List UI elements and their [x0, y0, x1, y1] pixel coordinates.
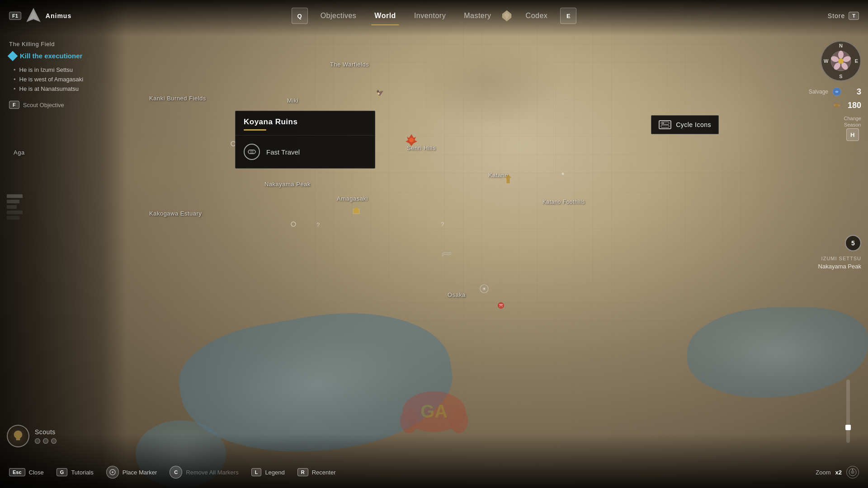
wood-icon — [832, 100, 842, 110]
quest-name[interactable]: Kill the executioner — [20, 52, 82, 60]
scout-dot-2 — [43, 438, 48, 444]
season-label: Season — [844, 122, 861, 127]
t-key: T — [849, 12, 859, 20]
place-marker-button[interactable]: Place Marker — [106, 466, 157, 479]
region-title: The Killing Field — [9, 41, 127, 47]
popup-progress-bar — [244, 129, 266, 131]
zoom-value: x2 — [835, 469, 842, 476]
popup-location-name: Koyana Ruins — [244, 117, 367, 127]
svg-rect-27 — [662, 123, 664, 124]
map-marker-enemy — [405, 133, 418, 149]
scouts-dots — [35, 438, 57, 444]
animus-icon — [25, 7, 42, 24]
zoom-info: Zoom x2 — [816, 466, 859, 479]
tab-mastery[interactable]: Mastery — [455, 8, 500, 23]
svg-point-17 — [400, 408, 418, 433]
tab-codex[interactable]: Codex — [517, 8, 557, 23]
close-button[interactable]: Esc Close — [9, 468, 44, 476]
h-key[interactable]: H — [846, 128, 859, 141]
compass: N S E W — [821, 41, 861, 81]
scout-objective-label: Scout Objective — [23, 102, 64, 108]
legend-item-2 — [7, 200, 19, 203]
scout-objective-group: F Scout Objective — [9, 101, 127, 109]
scouts-info: Scouts — [35, 428, 57, 444]
map-marker-feature — [441, 251, 452, 260]
place-marker-label: Place Marker — [123, 469, 157, 476]
svg-text:🦅: 🦅 — [376, 89, 384, 97]
q-key-button[interactable]: Q — [292, 8, 308, 24]
scouts-panel: Scouts — [7, 425, 57, 447]
tutorials-label: Tutorials — [71, 469, 93, 476]
c-key: C — [170, 466, 182, 479]
map-marker-katano — [504, 174, 512, 186]
wood-row: 180 — [832, 100, 861, 110]
tab-objectives[interactable]: Objectives — [311, 8, 366, 23]
remove-markers-label: Remove All Markers — [186, 469, 238, 476]
map-marker-eagle: 🦅 — [375, 88, 384, 99]
svg-text:GA: GA — [420, 401, 448, 421]
svg-point-29 — [838, 51, 844, 59]
svg-point-12 — [484, 288, 485, 290]
e-key-button[interactable]: E — [560, 8, 576, 24]
cycle-icons-label: Cycle Icons — [676, 121, 711, 128]
right-panel: N S E W Salvage — [809, 41, 861, 141]
svg-point-41 — [851, 470, 854, 474]
map-marker-castle — [352, 206, 361, 216]
compass-east: E — [855, 58, 858, 64]
wood-value: 180 — [845, 101, 861, 110]
fast-travel-icon — [244, 144, 260, 160]
remove-markers-button[interactable]: C Remove All Markers — [170, 466, 238, 479]
svg-point-18 — [450, 408, 468, 433]
tutorials-button[interactable]: G Tutorials — [57, 468, 94, 476]
g-key: G — [57, 468, 68, 476]
location-popup: Koyana Ruins Fast Travel — [235, 111, 375, 169]
bottom-navigation: Esc Close G Tutorials Place Marker C Rem… — [0, 456, 868, 488]
fast-travel-button[interactable]: Fast Travel — [236, 139, 375, 164]
f1-key: F1 — [9, 12, 21, 20]
zoom-track[interactable] — [846, 380, 850, 443]
tab-world[interactable]: World — [365, 8, 405, 23]
store-label: Store — [828, 12, 845, 19]
mini-legend — [7, 194, 23, 221]
svg-rect-8 — [354, 208, 355, 210]
l-key: L — [251, 468, 262, 476]
resource-panel: Salvage 3 180 — [809, 87, 861, 110]
svg-rect-42 — [852, 469, 853, 470]
top-navigation: F1 Animus Q Objectives World Inventory M… — [0, 0, 868, 32]
compass-north: N — [839, 43, 843, 48]
cycle-icons-button[interactable]: Cycle Icons — [651, 115, 719, 134]
f-key: F — [9, 101, 19, 109]
map-marker-question: ? — [316, 221, 320, 229]
map-marker-question2: ? — [441, 220, 444, 228]
codex-group: Codex — [500, 8, 557, 23]
nav-center-group: Q Objectives World Inventory Mastery Cod… — [90, 8, 778, 24]
popup-actions: Fast Travel — [236, 136, 375, 168]
svg-point-39 — [112, 471, 113, 473]
region-badge-number: 5 — [845, 235, 861, 251]
scouts-avatar — [7, 425, 29, 447]
recenter-button[interactable]: R Recenter — [297, 468, 336, 476]
zoom-label: Zoom — [816, 469, 830, 476]
quest-objective-1: He is west of Amagasaki — [14, 75, 127, 84]
esc-key: Esc — [9, 468, 25, 476]
nav-left-group: F1 Animus — [0, 7, 90, 24]
cycle-icon-symbol — [659, 120, 671, 129]
legend-item-5 — [7, 216, 19, 220]
salvage-value: 3 — [845, 87, 861, 97]
change-season-group: Change Season H — [844, 116, 861, 141]
svg-rect-26 — [661, 125, 669, 127]
legend-button[interactable]: L Legend — [251, 468, 285, 476]
compass-rose-icon — [830, 50, 852, 72]
svg-point-34 — [838, 58, 844, 64]
tab-inventory[interactable]: Inventory — [405, 8, 455, 23]
compass-south: S — [839, 74, 842, 79]
legend-item-1 — [7, 194, 23, 198]
codex-diamond-icon — [500, 9, 513, 22]
svg-point-2 — [409, 138, 414, 142]
map-marker-red: ⛩ — [497, 302, 505, 311]
salvage-row: Salvage 3 — [809, 87, 861, 97]
salvage-label: Salvage — [809, 89, 828, 95]
popup-header: Koyana Ruins — [236, 111, 375, 136]
scout-dot-3 — [51, 438, 57, 444]
marker-key — [106, 466, 119, 479]
